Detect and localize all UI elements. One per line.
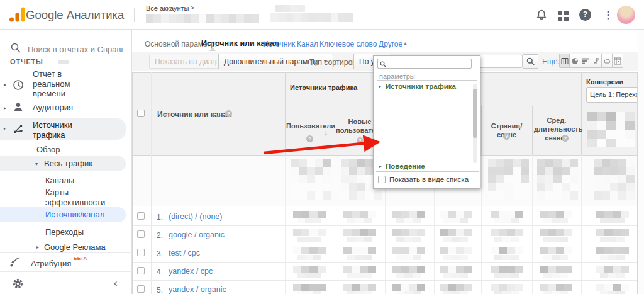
table-search-button[interactable]	[523, 54, 538, 69]
analytics-logo-icon[interactable]	[9, 6, 25, 23]
redacted-value	[440, 229, 472, 236]
row-source-medium-link[interactable]: (direct) / (none)	[169, 212, 222, 221]
column-divider	[581, 155, 582, 294]
app-title: Google Аналитика	[26, 8, 124, 22]
footer-divider	[30, 272, 30, 294]
dimension-link-medium[interactable]: Канал	[297, 40, 318, 48]
admin-gear-icon[interactable]	[12, 278, 24, 290]
dropdown-divider	[377, 80, 477, 81]
sidebar-search-input[interactable]: Поиск в отчетах и Справке	[28, 45, 123, 54]
dimension-link-keyword[interactable]: Ключевое слово	[319, 40, 377, 48]
view-percentage-button[interactable]	[570, 54, 580, 68]
help-icon[interactable]: ?	[562, 135, 569, 142]
row-source-medium-link[interactable]: google / organic	[169, 230, 225, 239]
redacted-value	[392, 247, 425, 254]
row-divider	[133, 225, 637, 226]
dimension-column-header[interactable]: Источник или канал	[157, 110, 232, 119]
section-caret-icon[interactable]: ▾	[379, 84, 381, 89]
sidebar-item-referrals[interactable]: Переходы	[45, 227, 84, 237]
table-search-input[interactable]	[476, 55, 523, 68]
redacted-value	[540, 284, 572, 291]
redacted-value	[343, 229, 376, 236]
redacted-value	[600, 237, 625, 242]
row-source-medium-link[interactable]: test / cpc	[169, 249, 200, 257]
sidebar-item-treemaps[interactable]: Карты эффективности	[45, 188, 116, 208]
row-checkbox[interactable]	[137, 267, 145, 274]
breadcrumb[interactable]: Все аккаунты	[146, 4, 189, 12]
redacted-value	[543, 218, 568, 223]
redacted-value	[392, 211, 425, 218]
redacted-value	[443, 218, 468, 223]
sidebar-item-google-ads[interactable]: Google Реклама	[44, 242, 106, 252]
dropdown-scrollbar-thumb[interactable]	[473, 89, 477, 138]
sidebar-item-overview[interactable]: Обзор	[36, 145, 60, 155]
expander-caret-icon[interactable]: ▾	[35, 161, 38, 167]
redacted-value	[396, 218, 421, 223]
redacted-value	[491, 266, 523, 273]
apps-grid-icon[interactable]	[558, 11, 569, 21]
dropdown-section-traffic[interactable]: Источники трафика	[386, 82, 456, 90]
expander-caret-icon[interactable]: ▸	[36, 244, 39, 250]
row-divider	[133, 280, 637, 281]
redacted-value	[540, 247, 572, 254]
redacted-value	[540, 211, 572, 218]
notifications-bell-icon[interactable]	[536, 9, 547, 21]
dimension-link-source[interactable]: Источник	[263, 40, 295, 48]
redacted-blur	[58, 60, 69, 64]
expander-caret-icon[interactable]: ▾	[3, 126, 6, 132]
expander-caret-icon[interactable]: ▸	[4, 82, 6, 88]
redacted-blur	[275, 5, 305, 12]
show-as-list-checkbox[interactable]	[378, 176, 386, 183]
view-term-cloud-button[interactable]	[602, 54, 613, 68]
row-number: 5.	[157, 286, 163, 294]
row-source-medium-link[interactable]: yandex / organic	[169, 285, 226, 294]
sidebar-divider	[0, 271, 132, 272]
view-pivot-button[interactable]	[613, 54, 623, 68]
redacted-value	[491, 229, 523, 236]
dimension-link-other[interactable]: Другое	[379, 40, 402, 48]
more-options-icon[interactable]: ⋮	[603, 9, 613, 21]
avg-duration-column-header[interactable]: Сред. длительность сеанса	[534, 116, 579, 142]
redacted-value	[293, 266, 326, 273]
redacted-value	[347, 237, 372, 242]
redacted-value	[596, 284, 629, 291]
column-divider	[285, 155, 286, 294]
sidebar-item-realtime[interactable]: Отчет в реальном времени	[33, 69, 87, 99]
table-view-switcher	[559, 54, 623, 68]
view-comparison-button[interactable]	[591, 54, 602, 68]
redacted-value	[600, 291, 625, 294]
user-avatar[interactable]	[617, 6, 635, 24]
goal-selector[interactable]: Цель 1: Переход н	[586, 87, 639, 103]
row-checkbox[interactable]	[137, 212, 145, 220]
dropdown-section-behavior[interactable]: Поведение	[386, 162, 425, 170]
row-checkbox[interactable]	[137, 285, 145, 293]
column-divider	[532, 155, 533, 294]
traffic-group-header: Источники трафика	[290, 84, 357, 91]
row-source-medium-link[interactable]: yandex / cpc	[169, 267, 213, 276]
view-performance-button[interactable]	[580, 54, 591, 68]
redacted-value	[494, 273, 519, 278]
help-icon[interactable]: ?	[579, 9, 591, 21]
select-all-checkbox[interactable]	[137, 110, 145, 117]
section-caret-icon[interactable]: ▸	[379, 164, 382, 169]
view-table-button[interactable]	[559, 54, 570, 68]
redacted-value	[440, 266, 472, 273]
redacted-value	[494, 255, 519, 260]
redacted-value	[297, 291, 321, 294]
row-checkbox[interactable]	[137, 249, 145, 256]
redacted-value	[440, 247, 472, 254]
dropdown-search-input[interactable]	[377, 59, 472, 69]
header-divider	[134, 8, 135, 22]
sidebar-item-audience[interactable]: Аудитория	[33, 103, 73, 113]
redacted-value	[343, 284, 376, 291]
help-icon[interactable]: ?	[225, 110, 232, 117]
help-icon[interactable]: ?	[503, 133, 510, 140]
expander-caret-icon[interactable]: ▸	[4, 105, 6, 111]
sidebar-item-attribution[interactable]: Атрибуция	[31, 259, 71, 269]
dropdown-divider	[376, 171, 479, 172]
redacted-value	[291, 159, 331, 200]
search-icon	[526, 57, 535, 65]
sidebar-item-channels[interactable]: Каналы	[45, 176, 74, 186]
collapse-sidebar-icon[interactable]: ‹	[114, 277, 118, 290]
row-checkbox[interactable]	[137, 230, 145, 238]
